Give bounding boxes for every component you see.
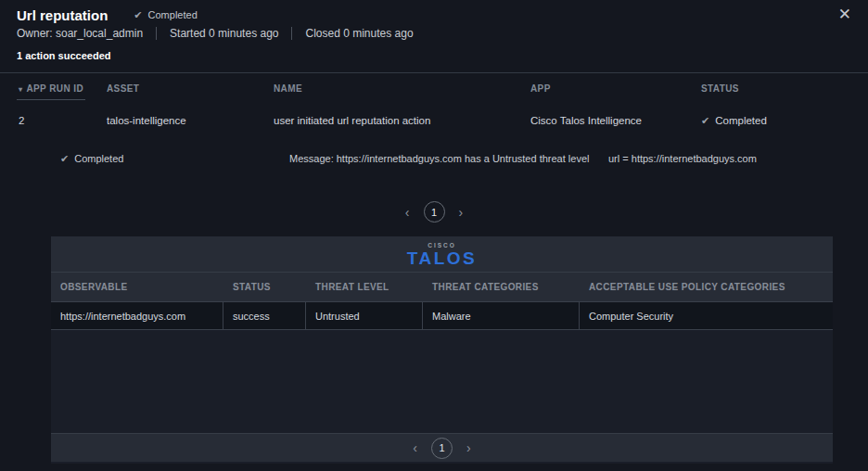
cell-threat-level: Untrusted bbox=[306, 302, 423, 329]
column-header-app-run-id[interactable]: ▾APP RUN ID bbox=[19, 83, 107, 94]
meta-row: Owner: soar_local_admin Started 0 minute… bbox=[17, 27, 414, 40]
cell-status: success bbox=[223, 302, 306, 329]
column-header-asset[interactable]: ASSET bbox=[107, 83, 274, 94]
status-label: Completed bbox=[148, 9, 198, 20]
closed-label: Closed 0 minutes ago bbox=[305, 27, 413, 40]
action-result-modal: Url reputation ✔ Completed ✕ Owner: soar… bbox=[0, 0, 868, 471]
widget-pagination: ‹ 1 › bbox=[411, 438, 472, 459]
column-header-threat-level: THREAT LEVEL bbox=[306, 282, 423, 292]
column-header-app[interactable]: APP bbox=[530, 83, 701, 94]
started-label: Started 0 minutes ago bbox=[170, 27, 278, 40]
sort-desc-icon: ▾ bbox=[19, 85, 22, 94]
cell-threat-categories: Malware bbox=[423, 302, 580, 329]
modal-header: Url reputation ✔ Completed ✕ bbox=[17, 5, 851, 25]
status-badge: ✔ Completed bbox=[134, 9, 197, 21]
talos-result-widget: CISCO TALOS OBSERVABLE STATUS THREAT LEV… bbox=[51, 236, 833, 464]
next-page-icon[interactable]: › bbox=[465, 441, 473, 454]
widget-body-spacer bbox=[51, 330, 833, 433]
column-header-name[interactable]: NAME bbox=[274, 83, 530, 94]
widget-footer: ‹ 1 › bbox=[51, 433, 833, 462]
prev-page-icon[interactable]: ‹ bbox=[411, 441, 419, 454]
owner-label: Owner: soar_local_admin bbox=[17, 27, 143, 40]
check-icon: ✔ bbox=[134, 9, 142, 21]
cell-app: Cisco Talos Intelligence bbox=[530, 115, 701, 126]
result-detail-row: ✔Completed Message: https://internetbadg… bbox=[0, 134, 868, 179]
cell-app-run-id: 2 bbox=[19, 115, 107, 126]
page-number-button[interactable]: 1 bbox=[431, 438, 453, 459]
talos-wordmark: TALOS bbox=[407, 249, 477, 267]
meta-divider bbox=[156, 27, 157, 40]
column-header-aup-categories: ACCEPTABLE USE POLICY CATEGORIES bbox=[580, 282, 833, 292]
results-pagination: ‹ 1 › bbox=[0, 201, 868, 223]
actions-table: ▾APP RUN ID ASSET NAME APP STATUS 2 talo… bbox=[0, 73, 868, 179]
cell-observable: https://internetbadguys.com bbox=[51, 302, 223, 329]
column-header-status[interactable]: STATUS bbox=[701, 83, 868, 94]
action-summary: 1 action succeeded bbox=[17, 50, 111, 61]
meta-divider bbox=[291, 27, 292, 40]
column-header-status: STATUS bbox=[223, 282, 306, 292]
check-icon: ✔ bbox=[60, 153, 69, 164]
cell-status: ✔Completed bbox=[701, 115, 868, 127]
prev-page-icon[interactable]: ‹ bbox=[403, 206, 412, 219]
cell-aup-categories: Computer Security bbox=[580, 302, 833, 329]
page-title: Url reputation bbox=[17, 7, 108, 23]
widget-table-row: https://internetbadguys.com success Untr… bbox=[51, 301, 833, 330]
cell-asset: talos-intelligence bbox=[107, 115, 274, 126]
cisco-talos-logo: CISCO TALOS bbox=[51, 236, 833, 273]
detail-status: ✔Completed bbox=[60, 153, 123, 165]
widget-table-header: OBSERVABLE STATUS THREAT LEVEL THREAT CA… bbox=[51, 273, 833, 301]
detail-parameter: url = https://internetbadguys.com bbox=[608, 153, 757, 164]
column-header-threat-categories: THREAT CATEGORIES bbox=[423, 282, 580, 292]
next-page-icon[interactable]: › bbox=[457, 206, 466, 219]
cell-name: user initiated url reputation action bbox=[274, 115, 530, 126]
close-icon[interactable]: ✕ bbox=[838, 6, 851, 22]
table-row[interactable]: 2 talos-intelligence user initiated url … bbox=[0, 107, 868, 134]
column-header-observable: OBSERVABLE bbox=[51, 282, 223, 292]
actions-table-header: ▾APP RUN ID ASSET NAME APP STATUS bbox=[0, 73, 868, 103]
detail-message: Message: https://internetbadguys.com has… bbox=[289, 153, 589, 164]
page-number-button[interactable]: 1 bbox=[424, 201, 445, 223]
cisco-wordmark: CISCO bbox=[428, 242, 456, 248]
check-icon: ✔ bbox=[701, 115, 709, 126]
